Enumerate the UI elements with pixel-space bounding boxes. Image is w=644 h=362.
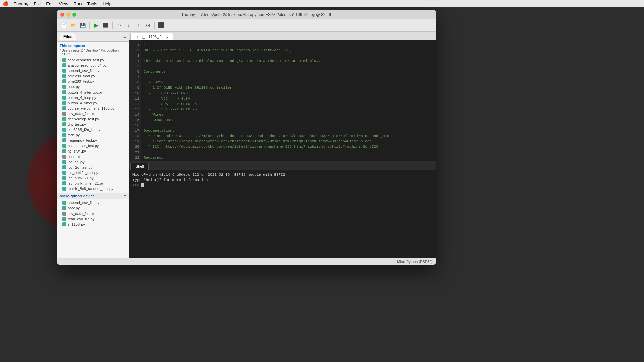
file-icon [62, 58, 66, 62]
list-item[interactable]: accelerometer_test.py [57, 57, 129, 63]
list-item[interactable]: esp8266_i2c_lcd.py [57, 127, 129, 132]
menu-view[interactable]: View [59, 1, 68, 6]
shell-cursor [141, 183, 144, 187]
close-button[interactable] [60, 13, 64, 17]
list-item[interactable]: lcd_i2c_test.py [57, 165, 129, 170]
file-icon [62, 160, 66, 164]
list-item[interactable]: button_4_loop.py [57, 95, 129, 100]
step-over-button[interactable]: ↷ [115, 21, 123, 29]
file-icon [62, 101, 66, 105]
menu-edit[interactable]: Edit [46, 1, 53, 6]
file-name: dht_test.py [68, 122, 86, 126]
shell-tab[interactable]: Shell [130, 163, 149, 170]
code-content[interactable]: ''' 09.30 - Use the 1.3" OLED with the S… [141, 40, 436, 161]
file-name: sh1106.py [68, 222, 85, 226]
list-item[interactable]: lcd_softi2c_test.py [57, 170, 129, 175]
list-item[interactable]: append_csv_file.py [57, 200, 129, 205]
stop-button[interactable]: ⬛ [157, 21, 165, 29]
menu-tools[interactable]: Tools [87, 1, 97, 6]
list-item[interactable]: bme280_test.py [57, 79, 129, 84]
file-icon [62, 171, 66, 175]
list-item[interactable]: append_csv_file.py [57, 68, 129, 73]
new-file-button[interactable]: 📄 [60, 21, 68, 29]
toolbar-separator-2 [112, 22, 113, 29]
file-name: read_csv_file.py [68, 217, 95, 221]
file-name: matrix_8x8_random_test.py [68, 187, 113, 191]
maximize-button[interactable] [72, 13, 76, 17]
file-icon [62, 63, 66, 67]
run-button[interactable]: ▶ [92, 21, 100, 29]
list-item[interactable]: led_blink_21.py [57, 175, 129, 181]
step-out-button[interactable]: ↑ [134, 21, 142, 29]
this-computer-label[interactable]: This computer [57, 43, 129, 48]
list-item[interactable]: button_4_timer.py [57, 100, 129, 106]
list-item[interactable]: sh1106.py [57, 222, 129, 227]
list-item[interactable]: lcd_api.py [57, 159, 129, 165]
file-name: lcd_softi2c_test.py [68, 171, 98, 175]
minimize-button[interactable] [66, 13, 70, 17]
micropython-device-label[interactable]: MicroPython device [60, 194, 95, 198]
status-bar: MicroPython (ESP32) [57, 258, 436, 265]
files-panel-controls[interactable]: ≡ [123, 34, 126, 39]
list-item[interactable]: csv_data_file.txt [57, 111, 129, 116]
editor-tab-bar: oled_sh1106_i2c.py [129, 32, 436, 40]
list-item[interactable]: analog_read_pot_34.py [57, 63, 129, 68]
device-section-controls[interactable]: ≡ [124, 194, 126, 198]
file-name: hall-sensor_test.py [68, 144, 99, 148]
file-name: lcd_api.py [68, 160, 85, 164]
list-item[interactable]: hall-sensor_test.py [57, 143, 129, 148]
list-item[interactable]: boot.py [57, 205, 129, 211]
shell-content[interactable]: MicroPython v1.14-9-g9dedcf122 on 2021-0… [129, 170, 436, 258]
code-editor[interactable]: 12345 678910 1112131415 1617181920 21222… [129, 40, 436, 161]
list-item[interactable]: matrix_8x8_random_test.py [57, 186, 129, 191]
apple-menu[interactable]: 🍎 [3, 1, 8, 6]
list-item[interactable]: boot.py [57, 84, 129, 89]
file-name: append_csv_file.py [68, 69, 99, 73]
step-into-button[interactable]: ↓ [125, 21, 133, 29]
menu-file[interactable]: File [34, 1, 41, 6]
shell-area: Shell MicroPython v1.14-9-g9dedcf122 on … [129, 161, 436, 258]
list-item[interactable]: deep-sleep_test.py [57, 116, 129, 122]
file-icon [62, 165, 66, 169]
menu-run[interactable]: Run [74, 1, 82, 6]
list-item[interactable]: hello.txt [57, 154, 129, 159]
list-item[interactable]: dht_test.py [57, 122, 129, 127]
this-computer-section: This computer / Users / peter2 / Desktop… [57, 42, 129, 193]
list-item[interactable]: fade.py [57, 132, 129, 138]
file-icon [62, 79, 66, 83]
file-icon [62, 85, 66, 89]
list-item[interactable]: csv_data_file.txt [57, 211, 129, 216]
this-computer-path: / Users / peter2 / Desktop / Micropython… [57, 48, 129, 57]
traffic-lights [60, 13, 76, 17]
save-file-button[interactable]: 💾 [78, 21, 87, 29]
shell-output-line2: Type "help()" for more information. [132, 177, 433, 183]
file-icon [62, 106, 66, 110]
files-tab[interactable]: Files [60, 33, 76, 40]
list-item[interactable]: button_4_interrupt.py [57, 89, 129, 95]
menu-thonny[interactable]: Thonny [14, 1, 28, 6]
file-icon [62, 212, 66, 216]
list-item[interactable]: frequency_test.py [57, 138, 129, 143]
menu-help[interactable]: Help [103, 1, 112, 6]
list-item[interactable]: read_csv_file.py [57, 216, 129, 222]
file-name: button_4_loop.py [68, 96, 96, 100]
window-title: Thonny — /Users/peter2/Desktop/Micropyth… [80, 12, 433, 17]
list-item[interactable]: led_blink_timer_21.py [57, 181, 129, 186]
list-item[interactable]: bme280_float.py [57, 73, 129, 79]
file-icon [62, 138, 66, 142]
list-item[interactable]: course_welcome_sh1106.py [57, 106, 129, 111]
editor-tab-oled[interactable]: oled_sh1106_i2c.py [130, 33, 173, 40]
file-icon [62, 155, 66, 159]
file-name: fade.py [68, 133, 80, 137]
list-item[interactable]: hc_sr04.py [57, 148, 129, 154]
toolbar: 📄 📂 💾 ▶ ⬛ ↷ ↓ ↑ ⏭ ⬛ [57, 19, 436, 32]
file-icon [62, 90, 66, 94]
file-name: button_4_interrupt.py [68, 90, 103, 94]
open-file-button[interactable]: 📂 [69, 21, 77, 29]
title-bar: Thonny — /Users/peter2/Desktop/Micropyth… [57, 10, 436, 19]
file-icon [62, 122, 66, 126]
debug-button[interactable]: ⬛ [102, 21, 110, 29]
resume-button[interactable]: ⏭ [144, 21, 152, 29]
file-icon [62, 176, 66, 180]
file-name: led_blink_21.py [68, 176, 93, 180]
